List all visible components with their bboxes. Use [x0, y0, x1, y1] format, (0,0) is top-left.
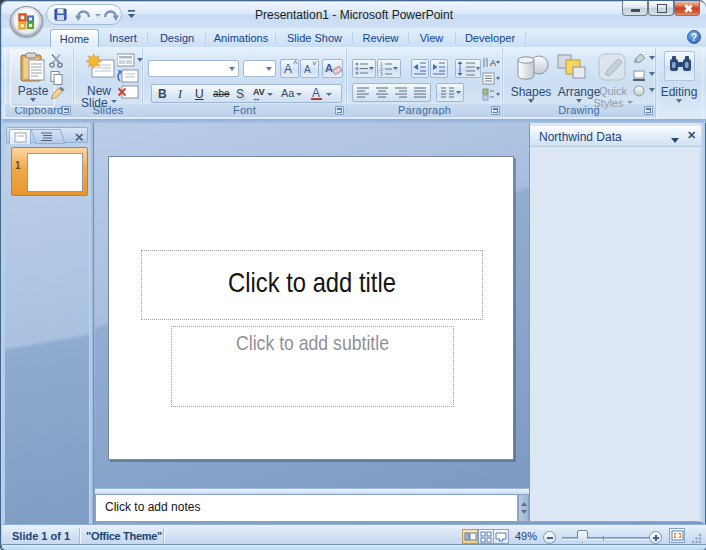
svg-text:3: 3 — [380, 71, 383, 77]
svg-text:A: A — [490, 58, 496, 68]
